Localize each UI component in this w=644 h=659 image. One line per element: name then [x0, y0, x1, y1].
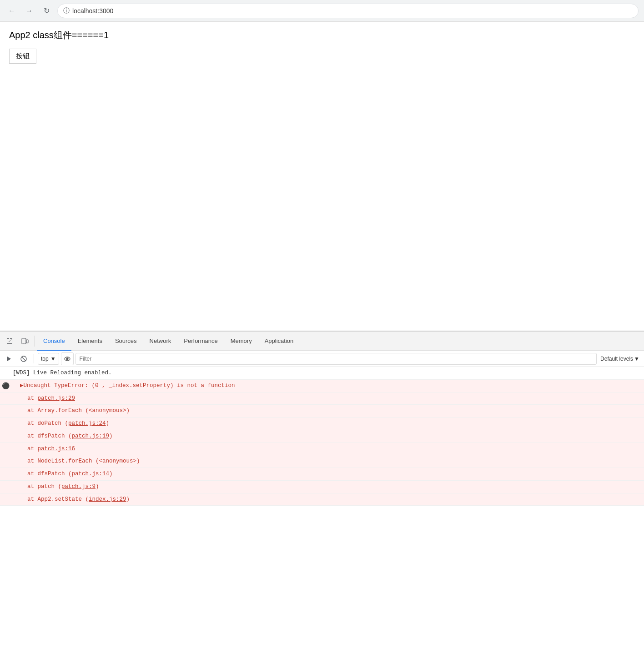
url-text: localhost:3000	[72, 7, 113, 15]
back-button[interactable]: ←	[5, 5, 18, 17]
stack-line-7: at dfsPatch (patch.js:14)	[0, 468, 644, 481]
tab-performance[interactable]: Performance	[177, 332, 224, 351]
devtools-panel: Console Elements Sources Network Perform…	[0, 331, 644, 659]
page-title: App2 class组件======1	[9, 29, 635, 41]
inspect-element-icon[interactable]	[2, 333, 17, 349]
svg-rect-0	[22, 338, 26, 344]
stack-link-1[interactable]: patch.js:29	[38, 395, 75, 402]
tab-application[interactable]: Application	[258, 332, 300, 351]
stack-line-3: at doPatch (patch.js:24)	[0, 418, 644, 430]
devtools-tabs-bar: Console Elements Sources Network Perform…	[0, 332, 644, 351]
toolbar-separator	[34, 354, 34, 363]
stack-link-9[interactable]: index.js:29	[89, 496, 126, 503]
stack-line-2: at Array.forEach (<anonymous>)	[0, 405, 644, 418]
context-selector[interactable]: top ▼	[38, 353, 59, 365]
wds-message: [WDS] Live Reloading enabled.	[0, 367, 644, 380]
console-output: [WDS] Live Reloading enabled. ⚫ ▶Uncaugh…	[0, 367, 644, 659]
stack-line-9: at App2.setState (index.js:29)	[0, 493, 644, 506]
stack-link-5[interactable]: patch.js:16	[38, 446, 75, 452]
stack-line-4: at dfsPatch (patch.js:19)	[0, 430, 644, 443]
devtools-toolbar: top ▼ Default levels ▼	[0, 351, 644, 367]
stack-link-3[interactable]: patch.js:24	[68, 420, 106, 427]
page-content: App2 class组件======1 按钮	[0, 22, 644, 331]
context-dropdown-icon: ▼	[50, 356, 56, 362]
tab-sources[interactable]: Sources	[109, 332, 143, 351]
stack-line-6: at NodeList.forEach (<anonymous>)	[0, 455, 644, 468]
info-icon: ⓘ	[63, 7, 70, 15]
filter-input[interactable]	[75, 353, 597, 365]
forward-button[interactable]: →	[23, 5, 35, 17]
chevron-down-icon: ▼	[634, 356, 639, 362]
browser-chrome: ← → ↻ ⓘ localhost:3000	[0, 0, 644, 22]
clear-console-icon[interactable]	[17, 352, 30, 365]
stack-link-7[interactable]: patch.js:14	[72, 471, 110, 477]
execute-script-icon[interactable]	[3, 352, 15, 365]
tab-memory[interactable]: Memory	[224, 332, 258, 351]
svg-rect-1	[26, 340, 28, 343]
svg-line-5	[22, 357, 25, 361]
stack-line-8: at patch (patch.js:9)	[0, 481, 644, 493]
reload-button[interactable]: ↻	[40, 5, 53, 17]
page-action-button[interactable]: 按钮	[9, 49, 36, 64]
eye-icon[interactable]	[61, 352, 74, 365]
stack-line-5: at patch.js:16	[0, 443, 644, 456]
stack-link-4[interactable]: patch.js:19	[72, 433, 110, 439]
address-bar[interactable]: ⓘ localhost:3000	[57, 4, 639, 18]
error-main-line[interactable]: ⚫ ▶Uncaught TypeError: (0 , _index.setPr…	[0, 380, 644, 392]
tab-console[interactable]: Console	[37, 332, 71, 351]
context-value: top	[41, 356, 49, 362]
default-levels-button[interactable]: Default levels ▼	[599, 356, 641, 362]
svg-point-7	[66, 358, 68, 360]
device-toolbar-icon[interactable]	[17, 333, 33, 349]
stack-line-1: at patch.js:29	[0, 392, 644, 405]
tab-network[interactable]: Network	[143, 332, 178, 351]
error-icon: ⚫	[2, 382, 10, 391]
tab-elements[interactable]: Elements	[71, 332, 109, 351]
svg-marker-3	[7, 357, 11, 361]
tab-separator	[35, 336, 35, 347]
stack-link-8[interactable]: patch.js:9	[61, 483, 96, 490]
error-message: ▶Uncaught TypeError: (0 , _index.setProp…	[20, 382, 235, 389]
